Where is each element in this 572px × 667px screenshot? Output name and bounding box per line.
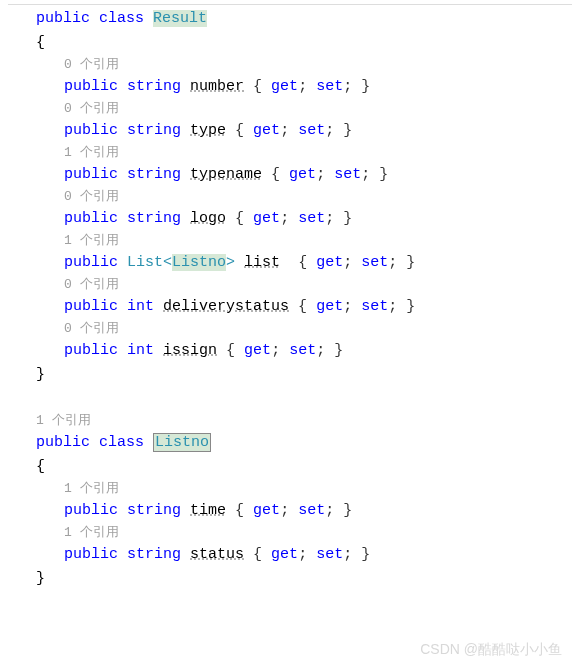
codelens-references[interactable]: 1 个引用	[8, 479, 572, 499]
property-name: list	[244, 254, 280, 271]
property-declaration: public string logo { get; set; }	[8, 207, 572, 231]
property-declaration: public string time { get; set; }	[8, 499, 572, 523]
type-string: string	[127, 78, 181, 95]
codelens-references[interactable]: 0 个引用	[8, 99, 572, 119]
property-name: number	[190, 78, 244, 95]
blank-line	[8, 387, 572, 411]
codelens-references[interactable]: 0 个引用	[8, 319, 572, 339]
codelens-references[interactable]: 0 个引用	[8, 187, 572, 207]
class-declaration: public class Listno	[8, 431, 572, 455]
codelens-references[interactable]: 0 个引用	[8, 55, 572, 75]
keyword-public: public	[36, 10, 90, 27]
codelens-references[interactable]: 1 个引用	[8, 411, 572, 431]
property-name: type	[190, 122, 226, 139]
watermark: CSDN @酷酷哒小小鱼	[420, 641, 562, 659]
property-declaration: public string typename { get; set; }	[8, 163, 572, 187]
class-declaration: public class Result	[8, 7, 572, 31]
type-listno: Listno	[172, 254, 226, 271]
keyword-class: class	[99, 10, 144, 27]
keyword-public: public	[64, 78, 118, 95]
codelens-references[interactable]: 0 个引用	[8, 275, 572, 295]
property-declaration: public string status { get; set; }	[8, 543, 572, 567]
property-name: deliverystatus	[163, 298, 289, 315]
codelens-references[interactable]: 1 个引用	[8, 523, 572, 543]
top-border	[8, 4, 572, 5]
class-name: Listno	[153, 433, 211, 452]
property-declaration: public string type { get; set; }	[8, 119, 572, 143]
property-name: time	[190, 502, 226, 519]
codelens-references[interactable]: 1 个引用	[8, 143, 572, 163]
keyword-class: class	[99, 434, 144, 451]
property-name: status	[190, 546, 244, 563]
open-brace: {	[8, 455, 572, 479]
type-list: List<	[127, 254, 172, 271]
property-name: logo	[190, 210, 226, 227]
open-brace: {	[8, 31, 572, 55]
property-declaration: public string number { get; set; }	[8, 75, 572, 99]
property-declaration: public int issign { get; set; }	[8, 339, 572, 363]
keyword-public: public	[36, 434, 90, 451]
property-declaration: public int deliverystatus { get; set; }	[8, 295, 572, 319]
property-name: typename	[190, 166, 262, 183]
codelens-references[interactable]: 1 个引用	[8, 231, 572, 251]
close-brace: }	[8, 567, 572, 591]
property-declaration: public List<Listno> list { get; set; }	[8, 251, 572, 275]
close-brace: }	[8, 363, 572, 387]
code-area[interactable]: public class Result { 0 个引用 public strin…	[8, 7, 572, 591]
property-name: issign	[163, 342, 217, 359]
class-name: Result	[153, 10, 207, 27]
